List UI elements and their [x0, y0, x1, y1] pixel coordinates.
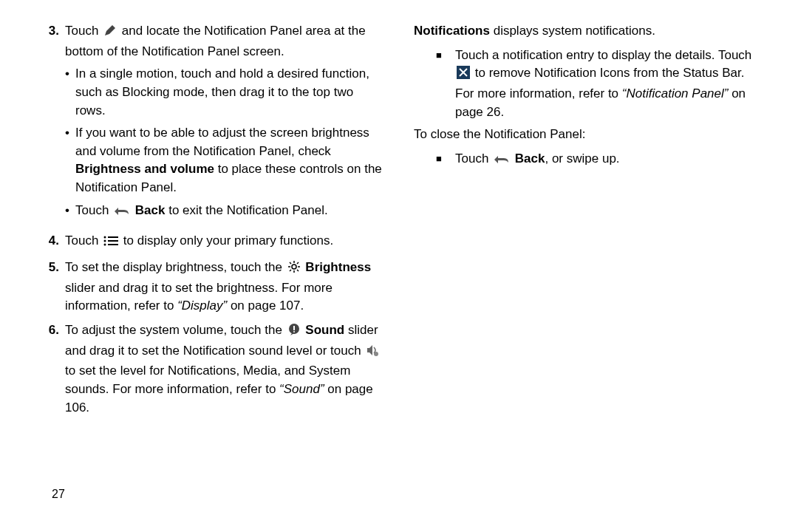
brightness-icon [287, 260, 301, 279]
svg-point-2 [104, 240, 106, 242]
square-bullet-item: Touch a notification entry to display th… [436, 47, 761, 122]
text: In a single motion, touch and hold a des… [75, 65, 384, 120]
numbered-list: 3. Touch and locate the Notification Pan… [37, 22, 384, 417]
text: If you want to be able to adjust the scr… [75, 126, 369, 158]
list-item-6: 6. To adjust the system volume, touch th… [37, 321, 384, 417]
paragraph: To close the Notification Panel: [414, 126, 761, 144]
text: Touch [75, 203, 112, 217]
text: , or swipe up. [545, 151, 619, 166]
paragraph: Notifications displays system notificati… [414, 22, 761, 41]
bold-text: Back [135, 203, 166, 217]
square-bullet-list: Touch Back, or swipe up. [436, 150, 761, 171]
italic-text: “Display” [177, 299, 227, 313]
svg-point-0 [104, 236, 106, 239]
svg-rect-5 [108, 244, 118, 245]
close-x-icon [457, 66, 470, 85]
svg-point-4 [104, 244, 106, 246]
svg-line-11 [290, 262, 291, 264]
square-bullet-list: Touch a notification entry to display th… [436, 47, 761, 122]
item-number: 5. [37, 259, 65, 316]
list-item-4: 4. Touch to display only your primary fu… [37, 232, 384, 253]
list-item-3: 3. Touch and locate the Notification Pan… [37, 22, 384, 226]
volume-sliders-icon [366, 344, 379, 363]
text: Touch [455, 151, 492, 166]
pencil-icon [103, 24, 117, 43]
text: to exit the Notification Panel. [165, 203, 327, 217]
document-page: 3. Touch and locate the Notification Pan… [0, 0, 798, 423]
bullet-item: Touch Back to exit the Notification Pane… [65, 202, 384, 222]
text: displays system notifications. [490, 24, 655, 38]
svg-point-18 [374, 352, 378, 356]
page-number: 27 [52, 485, 65, 502]
text: Touch a notification entry to display th… [455, 47, 761, 122]
bold-text: Brightness and volume [75, 162, 214, 176]
item-body: To set the display brightness, touch the [65, 259, 384, 316]
svg-point-6 [292, 265, 296, 269]
text: on page 107. [227, 299, 304, 313]
right-column: Notifications displays system notificati… [414, 22, 761, 423]
item-body: Touch to display only your primary funct… [65, 232, 384, 253]
bullet-item: If you want to be able to adjust the scr… [65, 124, 384, 197]
svg-rect-1 [108, 236, 118, 238]
bullet-item: In a single motion, touch and hold a des… [65, 65, 384, 120]
text: Touch a notification entry to display th… [455, 48, 751, 62]
left-column: 3. Touch and locate the Notification Pan… [37, 22, 384, 423]
bold-text: Brightness [305, 260, 371, 274]
item-body: To adjust the system volume, touch the S… [65, 321, 384, 417]
text: To adjust the system volume, touch the [65, 323, 286, 337]
back-arrow-icon [494, 152, 510, 171]
text: To set the display brightness, touch the [65, 260, 286, 274]
bold-text: Sound [305, 323, 344, 337]
back-arrow-icon [114, 204, 130, 222]
italic-text: “Notification Panel” [622, 86, 729, 100]
bullet-list: In a single motion, touch and hold a des… [65, 65, 384, 222]
item-body: Touch and locate the Notification Panel … [65, 22, 384, 226]
list-menu-icon [103, 234, 118, 253]
svg-line-12 [297, 270, 299, 271]
svg-point-17 [293, 331, 295, 332]
item-number: 3. [37, 22, 65, 226]
sound-bubble-icon [287, 323, 301, 342]
item-number: 6. [37, 321, 65, 417]
text: Touch Back to exit the Notification Pane… [75, 202, 328, 222]
svg-rect-16 [293, 326, 295, 330]
svg-line-14 [290, 270, 291, 271]
italic-text: “Sound” [279, 382, 324, 396]
square-bullet-item: Touch Back, or swipe up. [436, 150, 761, 171]
text: Touch [65, 24, 102, 38]
svg-rect-3 [108, 240, 118, 242]
bold-text: Back [515, 151, 545, 166]
bold-text: Notifications [414, 24, 490, 38]
text: to display only your primary functions. [123, 233, 333, 248]
list-item-5: 5. To set the display brightness, touch … [37, 259, 384, 316]
text: If you want to be able to adjust the scr… [75, 124, 384, 197]
svg-line-13 [297, 262, 299, 264]
item-number: 4. [37, 232, 65, 253]
text: Touch [65, 233, 102, 248]
text: Touch Back, or swipe up. [455, 150, 620, 171]
